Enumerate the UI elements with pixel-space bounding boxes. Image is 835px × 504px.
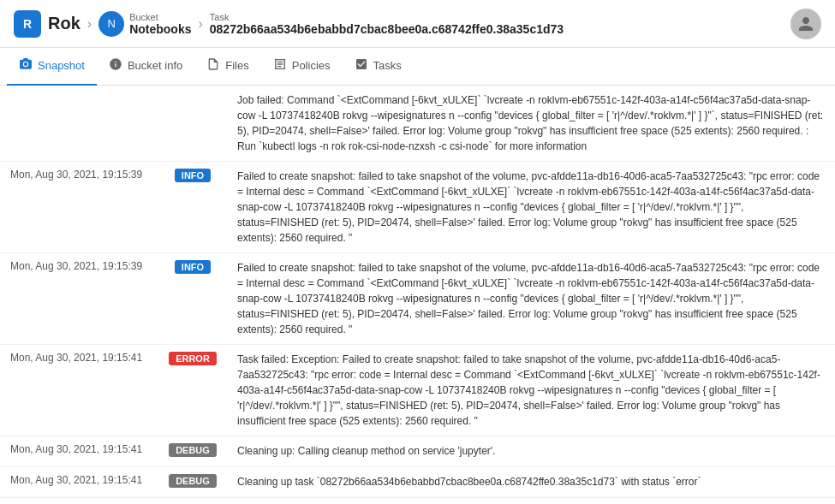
bucket-value: Notebooks: [129, 22, 191, 36]
rok-logo: R: [14, 10, 41, 38]
log-row: Job failed: Command `<ExtCommand [-6kvt_…: [0, 86, 835, 162]
tab-bucket-info[interactable]: Bucket info: [97, 48, 194, 86]
level-badge: DEBUG: [169, 474, 217, 488]
log-timestamp: Mon, Aug 30, 2021, 19:15:41: [0, 498, 158, 504]
task-label: Task: [210, 12, 564, 22]
tab-policies[interactable]: Policies: [261, 48, 343, 86]
tab-tasks[interactable]: Tasks: [343, 48, 414, 86]
log-level: DEBUG: [158, 498, 227, 504]
log-level: INFO: [158, 162, 227, 189]
tab-snapshot-label: Snapshot: [38, 59, 85, 72]
log-message: Failed to create snapshot: failed to tak…: [227, 162, 835, 252]
breadcrumb-sep-2: ›: [198, 16, 202, 32]
app-name: Rok: [48, 14, 81, 33]
files-tab-icon: [206, 57, 220, 74]
tab-files-label: Files: [225, 59, 248, 72]
log-rows: Job failed: Command `<ExtCommand [-6kvt_…: [0, 86, 835, 504]
log-message: Job failed: Command `<ExtCommand [-6kvt_…: [227, 86, 835, 161]
log-container[interactable]: Job failed: Command `<ExtCommand [-6kvt_…: [0, 86, 835, 504]
breadcrumb-sep-1: ›: [87, 16, 92, 32]
log-message: Task failed: Exception: Failed to create…: [227, 345, 835, 436]
policies-tab-icon: [273, 57, 287, 74]
breadcrumb-item-task: Task 08272b66aa534b6ebabbd7cbac8bee0a.c6…: [210, 12, 564, 36]
log-timestamp: Mon, Aug 30, 2021, 19:15:39: [0, 162, 158, 187]
logo-section: R Rok: [14, 10, 81, 38]
log-message: Cleaning up task `08272b66aa534b6ebabbd7…: [227, 467, 835, 496]
tasks-tab-icon: [355, 57, 368, 74]
tab-files[interactable]: Files: [194, 48, 260, 86]
header-right: [790, 9, 821, 39]
tabs-bar: Snapshot Bucket info Files Policies Task…: [0, 48, 835, 86]
log-timestamp: Mon, Aug 30, 2021, 19:15:39: [0, 253, 158, 279]
log-level: DEBUG: [158, 467, 227, 495]
log-level: [158, 86, 227, 99]
level-badge: INFO: [175, 169, 211, 182]
log-message: Loading Kubernetes configuration: [227, 498, 835, 504]
level-badge: ERROR: [169, 352, 217, 365]
log-row: Mon, Aug 30, 2021, 19:15:39INFOFailed to…: [0, 162, 835, 253]
log-row: Mon, Aug 30, 2021, 19:15:41DEBUGCleaning…: [0, 436, 835, 467]
tab-tasks-label: Tasks: [373, 59, 402, 72]
log-level: INFO: [158, 253, 227, 281]
bucket-info-tab-icon: [109, 57, 122, 74]
task-value: 08272b66aa534b6ebabbd7cbac8bee0a.c68742f…: [210, 22, 564, 36]
log-row: Mon, Aug 30, 2021, 19:15:41ERRORTask fai…: [0, 345, 835, 436]
user-avatar[interactable]: [790, 9, 821, 39]
log-row: Mon, Aug 30, 2021, 19:15:41DEBUGCleaning…: [0, 467, 835, 498]
log-level: DEBUG: [158, 436, 227, 464]
log-timestamp: Mon, Aug 30, 2021, 19:15:41: [0, 436, 158, 462]
tab-bucket-info-label: Bucket info: [128, 59, 182, 72]
breadcrumb-bucket: N Bucket Notebooks: [98, 11, 191, 37]
level-badge: DEBUG: [169, 443, 217, 457]
log-timestamp: Mon, Aug 30, 2021, 19:15:41: [0, 467, 158, 493]
log-timestamp: Mon, Aug 30, 2021, 19:15:41: [0, 345, 158, 371]
log-message: Cleaning up: Calling cleanup method on s…: [227, 436, 835, 465]
log-timestamp: [0, 86, 158, 99]
level-badge: INFO: [175, 260, 211, 274]
breadcrumb-item-bucket[interactable]: Bucket Notebooks: [129, 12, 191, 36]
log-row: Mon, Aug 30, 2021, 19:15:41DEBUGLoading …: [0, 498, 835, 504]
snapshot-tab-icon: [19, 57, 33, 74]
tab-snapshot[interactable]: Snapshot: [7, 48, 97, 86]
tab-policies-label: Policies: [292, 59, 331, 72]
bucket-icon: N: [98, 11, 124, 37]
header: R Rok › N Bucket Notebooks › Task 08272b…: [0, 0, 835, 48]
log-level: ERROR: [158, 345, 227, 372]
log-message: Failed to create snapshot: failed to tak…: [227, 253, 835, 344]
bucket-label: Bucket: [129, 12, 191, 22]
log-row: Mon, Aug 30, 2021, 19:15:39INFOFailed to…: [0, 253, 835, 345]
